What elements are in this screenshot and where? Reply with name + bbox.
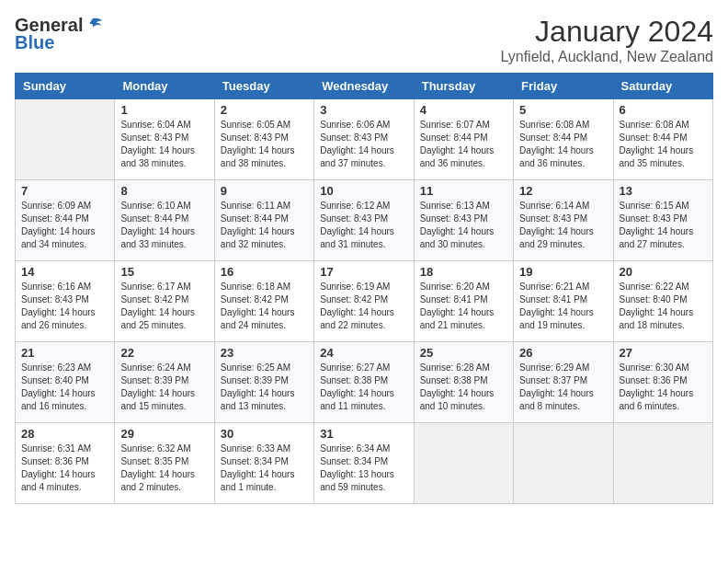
calendar-cell: 31Sunrise: 6:34 AMSunset: 8:34 PMDayligh… — [314, 423, 414, 504]
calendar-week-row: 7Sunrise: 6:09 AMSunset: 8:44 PMDaylight… — [16, 180, 713, 261]
calendar-cell: 21Sunrise: 6:23 AMSunset: 8:40 PMDayligh… — [16, 342, 115, 423]
sunrise-text: Sunrise: 6:32 AM — [120, 443, 190, 454]
calendar-cell: 11Sunrise: 6:13 AMSunset: 8:43 PMDayligh… — [414, 180, 513, 261]
day-number: 19 — [519, 265, 607, 279]
sunrise-text: Sunrise: 6:29 AM — [519, 362, 589, 373]
daylight-minutes-text: and 30 minutes. — [420, 239, 485, 249]
daylight-hours-text: Daylight: 14 hours — [120, 388, 195, 398]
calendar-cell: 8Sunrise: 6:10 AMSunset: 8:44 PMDaylight… — [115, 180, 214, 261]
day-number: 18 — [420, 265, 507, 279]
daylight-minutes-text: and 15 minutes. — [120, 401, 186, 411]
day-number: 21 — [21, 346, 108, 360]
day-info: Sunrise: 6:33 AMSunset: 8:34 PMDaylight:… — [221, 442, 308, 494]
sunrise-text: Sunrise: 6:07 AM — [420, 120, 490, 130]
daylight-hours-text: Daylight: 14 hours — [120, 469, 195, 479]
daylight-minutes-text: and 4 minutes. — [21, 482, 82, 492]
sunset-text: Sunset: 8:43 PM — [420, 213, 488, 224]
day-info: Sunrise: 6:25 AMSunset: 8:39 PMDaylight:… — [221, 362, 308, 413]
logo: General Blue — [15, 15, 105, 53]
sunrise-text: Sunrise: 6:27 AM — [320, 362, 390, 373]
day-info: Sunrise: 6:08 AMSunset: 8:44 PMDaylight:… — [519, 119, 607, 170]
sunset-text: Sunset: 8:34 PM — [320, 456, 388, 466]
daylight-minutes-text: and 35 minutes. — [620, 158, 685, 168]
sunset-text: Sunset: 8:39 PM — [221, 375, 289, 385]
day-number: 9 — [221, 184, 308, 198]
sunrise-text: Sunrise: 6:18 AM — [221, 282, 290, 292]
daylight-hours-text: Daylight: 14 hours — [21, 388, 96, 398]
day-number: 3 — [320, 103, 407, 117]
daylight-hours-text: Daylight: 14 hours — [120, 145, 195, 155]
daylight-minutes-text: and 21 minutes. — [420, 320, 485, 330]
daylight-minutes-text: and 13 minutes. — [221, 401, 286, 411]
daylight-minutes-text: and 19 minutes. — [519, 320, 585, 330]
daylight-hours-text: Daylight: 14 hours — [620, 307, 694, 317]
sunrise-text: Sunrise: 6:13 AM — [420, 201, 490, 211]
daylight-minutes-text: and 32 minutes. — [221, 239, 286, 249]
sunset-text: Sunset: 8:40 PM — [620, 294, 688, 304]
calendar-cell: 26Sunrise: 6:29 AMSunset: 8:37 PMDayligh… — [514, 342, 613, 423]
day-info: Sunrise: 6:20 AMSunset: 8:41 PMDaylight:… — [420, 281, 507, 332]
header-sunday: Sunday — [16, 74, 115, 99]
day-number: 13 — [620, 184, 707, 198]
sunset-text: Sunset: 8:43 PM — [620, 213, 688, 224]
day-number: 11 — [420, 184, 507, 198]
daylight-minutes-text: and 59 minutes. — [320, 482, 385, 492]
calendar-cell — [514, 423, 613, 504]
day-number: 1 — [120, 103, 208, 117]
calendar-cell: 15Sunrise: 6:17 AMSunset: 8:42 PMDayligh… — [115, 261, 214, 342]
daylight-minutes-text: and 34 minutes. — [21, 239, 86, 249]
day-info: Sunrise: 6:22 AMSunset: 8:40 PMDaylight:… — [620, 281, 707, 332]
daylight-hours-text: Daylight: 14 hours — [420, 145, 495, 155]
sunset-text: Sunset: 8:42 PM — [120, 294, 188, 304]
daylight-minutes-text: and 31 minutes. — [320, 239, 385, 249]
sunset-text: Sunset: 8:40 PM — [21, 375, 89, 385]
daylight-minutes-text: and 24 minutes. — [221, 320, 286, 330]
sunset-text: Sunset: 8:37 PM — [519, 375, 587, 385]
day-info: Sunrise: 6:19 AMSunset: 8:42 PMDaylight:… — [320, 281, 407, 332]
daylight-hours-text: Daylight: 14 hours — [420, 307, 495, 317]
calendar-cell: 9Sunrise: 6:11 AMSunset: 8:44 PMDaylight… — [214, 180, 313, 261]
sunrise-text: Sunrise: 6:16 AM — [21, 282, 91, 292]
sunset-text: Sunset: 8:36 PM — [620, 375, 688, 385]
daylight-hours-text: Daylight: 14 hours — [221, 145, 295, 155]
sunset-text: Sunset: 8:38 PM — [320, 375, 388, 385]
day-number: 2 — [221, 103, 308, 117]
day-number: 24 — [320, 346, 407, 360]
day-info: Sunrise: 6:08 AMSunset: 8:44 PMDaylight:… — [620, 119, 707, 170]
day-info: Sunrise: 6:23 AMSunset: 8:40 PMDaylight:… — [21, 362, 108, 413]
sunset-text: Sunset: 8:44 PM — [21, 213, 89, 224]
sunset-text: Sunset: 8:44 PM — [420, 132, 488, 143]
calendar-cell: 2Sunrise: 6:05 AMSunset: 8:43 PMDaylight… — [214, 99, 313, 180]
calendar-table: Sunday Monday Tuesday Wednesday Thursday… — [15, 73, 713, 504]
sunrise-text: Sunrise: 6:28 AM — [420, 362, 490, 373]
daylight-minutes-text: and 36 minutes. — [519, 158, 585, 168]
daylight-hours-text: Daylight: 14 hours — [21, 469, 96, 479]
title-section: January 2024 Lynfield, Auckland, New Zea… — [500, 15, 713, 65]
daylight-hours-text: Daylight: 14 hours — [21, 226, 96, 236]
calendar-header: Sunday Monday Tuesday Wednesday Thursday… — [16, 74, 713, 99]
day-info: Sunrise: 6:34 AMSunset: 8:34 PMDaylight:… — [320, 442, 407, 494]
sunset-text: Sunset: 8:43 PM — [320, 213, 388, 224]
header-wednesday: Wednesday — [314, 74, 414, 99]
daylight-minutes-text: and 38 minutes. — [120, 158, 186, 168]
calendar-cell: 6Sunrise: 6:08 AMSunset: 8:44 PMDaylight… — [613, 99, 712, 180]
daylight-hours-text: Daylight: 14 hours — [320, 145, 394, 155]
day-number: 29 — [120, 427, 208, 441]
daylight-hours-text: Daylight: 14 hours — [120, 226, 195, 236]
daylight-minutes-text: and 16 minutes. — [21, 401, 86, 411]
calendar-cell — [414, 423, 513, 504]
sunrise-text: Sunrise: 6:04 AM — [120, 120, 190, 130]
calendar-cell: 7Sunrise: 6:09 AMSunset: 8:44 PMDaylight… — [16, 180, 115, 261]
daylight-minutes-text: and 8 minutes. — [519, 401, 580, 411]
day-info: Sunrise: 6:21 AMSunset: 8:41 PMDaylight:… — [519, 281, 607, 332]
day-info: Sunrise: 6:17 AMSunset: 8:42 PMDaylight:… — [120, 281, 208, 332]
calendar-cell: 5Sunrise: 6:08 AMSunset: 8:44 PMDaylight… — [514, 99, 613, 180]
daylight-hours-text: Daylight: 14 hours — [519, 307, 594, 317]
daylight-minutes-text: and 1 minute. — [221, 482, 277, 492]
calendar-cell: 16Sunrise: 6:18 AMSunset: 8:42 PMDayligh… — [214, 261, 313, 342]
calendar-cell: 20Sunrise: 6:22 AMSunset: 8:40 PMDayligh… — [613, 261, 712, 342]
sunrise-text: Sunrise: 6:08 AM — [519, 120, 589, 130]
daylight-hours-text: Daylight: 14 hours — [420, 226, 495, 236]
sunset-text: Sunset: 8:36 PM — [21, 456, 89, 466]
sunrise-text: Sunrise: 6:12 AM — [320, 201, 390, 211]
